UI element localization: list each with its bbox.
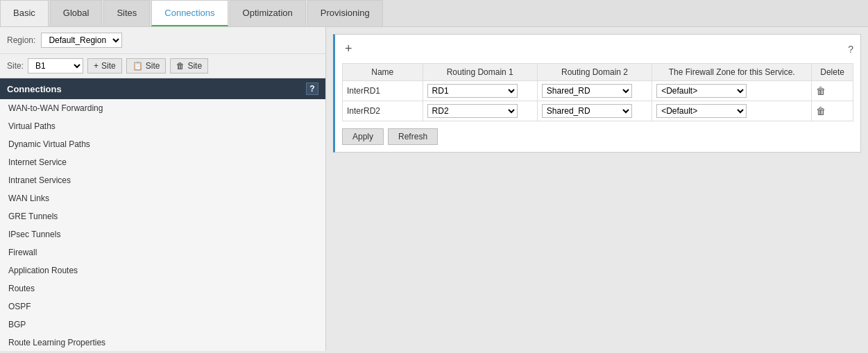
col-routing-domain-1: Routing Domain 1 xyxy=(423,64,537,81)
nav-item-intranet-services[interactable]: Intranet Services xyxy=(0,171,325,189)
add-site-button[interactable]: + Site xyxy=(87,58,122,74)
main-layout: Region: Default_Region Site: B1 + Site 📋… xyxy=(0,27,868,351)
copy-icon: 📋 xyxy=(133,61,143,71)
nav-item-firewall[interactable]: Firewall xyxy=(0,243,325,261)
tab-optimization[interactable]: Optimization xyxy=(230,0,306,26)
row2-firewall-select[interactable]: <Default> xyxy=(656,104,747,118)
nav-item-wan-wan[interactable]: WAN-to-WAN Forwarding xyxy=(0,99,325,117)
nav-item-ipsec-tunnels[interactable]: IPsec Tunnels xyxy=(0,225,325,243)
tab-basic[interactable]: Basic xyxy=(0,0,49,26)
routing-domain-table: Name Routing Domain 1 Routing Domain 2 T… xyxy=(342,63,853,121)
delete-site-button[interactable]: 🗑 Site xyxy=(170,58,208,74)
table-row: InterRD1 RD1 Shared_RD xyxy=(343,81,853,101)
connections-title: Connections xyxy=(7,84,62,94)
tab-sites[interactable]: Sites xyxy=(103,0,150,26)
row2-firewall-cell: <Default> xyxy=(652,101,812,121)
table-row: InterRD2 RD2 Shared_RD xyxy=(343,101,853,121)
row1-delete-button[interactable]: 🗑 xyxy=(816,85,826,96)
content-box: + ? Name Routing Domain 1 Routing Domain… xyxy=(333,34,861,153)
site-row: Site: B1 + Site 📋 Site 🗑 Site xyxy=(0,54,325,78)
tab-global[interactable]: Global xyxy=(50,0,103,26)
nav-item-virtual-paths[interactable]: Virtual Paths xyxy=(0,117,325,135)
row1-rd2-select[interactable]: Shared_RD xyxy=(542,84,632,98)
copy-site-label: Site xyxy=(146,61,160,71)
nav-item-internet-service[interactable]: Internet Service xyxy=(0,153,325,171)
row2-rd1-select[interactable]: RD2 xyxy=(427,104,518,118)
row2-delete-cell: 🗑 xyxy=(812,101,853,121)
col-delete: Delete xyxy=(812,64,853,81)
tab-provisioning[interactable]: Provisioning xyxy=(307,0,383,26)
delete-site-label: Site xyxy=(187,61,202,71)
nav-item-routes[interactable]: Routes xyxy=(0,279,325,298)
tab-connections[interactable]: Connections xyxy=(151,0,228,26)
row1-name: InterRD1 xyxy=(343,81,423,101)
nav-item-ospf[interactable]: OSPF xyxy=(0,298,325,316)
tab-bar: Basic Global Sites Connections Optimizat… xyxy=(0,0,868,27)
nav-item-bgp[interactable]: BGP xyxy=(0,316,325,334)
trash-icon: 🗑 xyxy=(176,61,185,71)
col-name: Name xyxy=(343,64,423,81)
action-row: Apply Refresh xyxy=(342,128,853,145)
row2-rd2-select[interactable]: Shared_RD xyxy=(542,104,632,118)
row1-delete-cell: 🗑 xyxy=(812,81,853,101)
region-label: Region: xyxy=(7,35,35,45)
connections-header: Connections ? xyxy=(0,78,325,99)
nav-item-wan-links[interactable]: WAN Links xyxy=(0,189,325,207)
col-routing-domain-2: Routing Domain 2 xyxy=(537,64,652,81)
top-bar: + ? xyxy=(342,42,853,56)
row2-delete-button[interactable]: 🗑 xyxy=(816,105,826,117)
connections-help-icon[interactable]: ? xyxy=(306,83,318,95)
left-panel: Region: Default_Region Site: B1 + Site 📋… xyxy=(0,27,326,351)
nav-list: WAN-to-WAN Forwarding Virtual Paths Dyna… xyxy=(0,99,325,351)
nav-item-application-routes[interactable]: Application Routes xyxy=(0,261,325,279)
site-select[interactable]: B1 xyxy=(28,58,83,74)
plus-icon: + xyxy=(94,61,99,71)
nav-item-gre-tunnels[interactable]: GRE Tunnels xyxy=(0,207,325,225)
row1-firewall-select[interactable]: <Default> xyxy=(656,84,747,98)
region-row: Region: Default_Region xyxy=(0,27,325,54)
add-row-button[interactable]: + xyxy=(342,42,355,56)
row1-rd1-select[interactable]: RD1 xyxy=(427,84,518,98)
region-select[interactable]: Default_Region xyxy=(41,33,122,48)
row2-rd2-cell: Shared_RD xyxy=(537,101,652,121)
copy-site-button[interactable]: 📋 Site xyxy=(126,58,167,74)
nav-item-dynamic-virtual-paths[interactable]: Dynamic Virtual Paths xyxy=(0,135,325,153)
row1-rd2-cell: Shared_RD xyxy=(537,81,652,101)
refresh-button[interactable]: Refresh xyxy=(388,128,438,145)
row2-rd1-cell: RD2 xyxy=(423,101,537,121)
row1-rd1-cell: RD1 xyxy=(423,81,537,101)
right-panel: + ? Name Routing Domain 1 Routing Domain… xyxy=(326,27,868,351)
site-label: Site: xyxy=(7,61,24,71)
add-site-label: Site xyxy=(101,61,116,71)
table-help-button[interactable]: ? xyxy=(848,44,853,55)
apply-button[interactable]: Apply xyxy=(342,128,384,145)
row1-firewall-cell: <Default> xyxy=(652,81,812,101)
col-firewall-zone: The Firewall Zone for this Service. xyxy=(652,64,812,81)
row2-name: InterRD2 xyxy=(343,101,423,121)
nav-item-route-learning[interactable]: Route Learning Properties xyxy=(0,334,325,351)
